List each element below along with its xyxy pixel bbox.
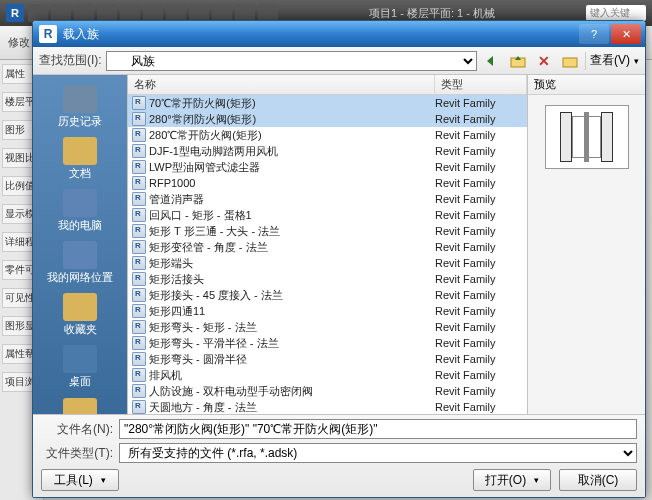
file-name: 70℃常开防火阀(矩形) [149,96,435,111]
ribbon-modify[interactable]: 修改 [8,35,30,50]
rfa-file-icon [132,208,146,222]
help-search[interactable]: 键入关键 [586,5,646,21]
file-name: 矩形四通11 [149,304,435,319]
filetype-select[interactable]: 所有受支持的文件 (*.rfa, *.adsk) [119,443,637,463]
help-button[interactable]: ? [579,24,609,44]
file-row[interactable]: 矩形 T 形三通 - 大头 - 法兰Revit Family [128,223,527,239]
col-header-type[interactable]: 类型 [435,75,527,94]
place-item[interactable]: 文档 [38,133,122,183]
file-type: Revit Family [435,321,527,333]
rfa-file-icon [132,336,146,350]
file-row[interactable]: 70℃常开防火阀(矩形)Revit Family [128,95,527,111]
file-row[interactable]: 矩形弯头 - 矩形 - 法兰Revit Family [128,319,527,335]
file-name: 280°常闭防火阀(矩形) [149,112,435,127]
file-type: Revit Family [435,305,527,317]
open-button[interactable]: 打开(O) [473,469,551,491]
col-header-name[interactable]: 名称 [128,75,435,94]
rfa-file-icon [132,320,146,334]
file-name: 矩形弯头 - 平滑半径 - 法兰 [149,336,435,351]
dialog-app-icon: R [39,25,57,43]
filename-input[interactable] [119,419,637,439]
place-label: 收藏夹 [64,323,97,335]
preview-label: 预览 [528,75,645,95]
file-row[interactable]: 排风机Revit Family [128,367,527,383]
delete-icon[interactable]: ✕ [533,51,555,71]
file-name: 矩形弯头 - 圆滑半径 [149,352,435,367]
place-label: 桌面 [69,375,91,387]
file-row[interactable]: DJF-1型电动脚踏两用风机Revit Family [128,143,527,159]
cancel-button[interactable]: 取消(C) [559,469,637,491]
load-family-dialog: R 载入族 ? ✕ 查找范围(I): 风族 ✕ 查看(V) ▾ 历史记录文档我的… [32,20,646,498]
place-label: 我的网络位置 [47,271,113,283]
file-row[interactable]: 人防设施 - 双杆电动型手动密闭阀Revit Family [128,383,527,399]
file-row[interactable]: 280°常闭防火阀(矩形)Revit Family [128,111,527,127]
dialog-titlebar[interactable]: R 载入族 ? ✕ [33,21,645,47]
new-folder-icon[interactable] [559,51,581,71]
file-name: 天圆地方 - 角度 - 法兰 [149,400,435,415]
preview-image [528,95,645,414]
file-row[interactable]: 矩形弯头 - 平滑半径 - 法兰Revit Family [128,335,527,351]
file-row[interactable]: 矩形端头Revit Family [128,255,527,271]
file-row[interactable]: 矩形四通11Revit Family [128,303,527,319]
file-type: Revit Family [435,369,527,381]
file-type: Revit Family [435,401,527,413]
place-label: 我的电脑 [58,219,102,231]
view-menu[interactable]: 查看(V) [590,52,630,69]
place-item[interactable]: 桌面 [38,341,122,391]
tools-button[interactable]: 工具(L) [41,469,119,491]
place-item[interactable]: 收藏夹 [38,289,122,339]
rfa-file-icon [132,352,146,366]
place-icon [63,137,97,165]
filename-label: 文件名(N): [41,421,113,438]
file-row[interactable]: LWP型油网管式滤尘器Revit Family [128,159,527,175]
file-row[interactable]: 管道消声器Revit Family [128,191,527,207]
file-name: 矩形接头 - 45 度接入 - 法兰 [149,288,435,303]
place-item[interactable]: 我的网络位置 [38,237,122,287]
lookin-label: 查找范围(I): [39,52,102,69]
file-name: 矩形活接头 [149,272,435,287]
file-row[interactable]: 矩形变径管 - 角度 - 法兰Revit Family [128,239,527,255]
dialog-bottom: 文件名(N): 文件类型(T): 所有受支持的文件 (*.rfa, *.adsk… [33,414,645,497]
file-row[interactable]: 回风口 - 矩形 - 蛋格1Revit Family [128,207,527,223]
file-type: Revit Family [435,273,527,285]
file-row[interactable]: RFP1000Revit Family [128,175,527,191]
file-name: 矩形端头 [149,256,435,271]
rfa-file-icon [132,192,146,206]
back-icon[interactable] [481,51,503,71]
file-name: LWP型油网管式滤尘器 [149,160,435,175]
file-type: Revit Family [435,289,527,301]
file-row[interactable]: 矩形接头 - 45 度接入 - 法兰Revit Family [128,287,527,303]
preview-pane: 预览 [527,75,645,414]
place-item[interactable]: 我的电脑 [38,185,122,235]
file-row[interactable]: 280℃常开防火阀(矩形)Revit Family [128,127,527,143]
places-bar: 历史记录文档我的电脑我的网络位置收藏夹桌面Metric LibraryMetri… [33,75,127,414]
place-icon [63,345,97,373]
place-item[interactable]: Metric Library [38,394,122,414]
place-label: 文档 [69,167,91,179]
file-name: RFP1000 [149,177,435,189]
place-icon [63,85,97,113]
file-list[interactable]: 70℃常开防火阀(矩形)Revit Family280°常闭防火阀(矩形)Rev… [128,95,527,414]
up-folder-icon[interactable] [507,51,529,71]
file-type: Revit Family [435,177,527,189]
file-name: 排风机 [149,368,435,383]
close-button[interactable]: ✕ [611,24,641,44]
rfa-file-icon [132,256,146,270]
file-type: Revit Family [435,257,527,269]
place-item[interactable]: 历史记录 [38,81,122,131]
file-type: Revit Family [435,145,527,157]
file-name: 280℃常开防火阀(矩形) [149,128,435,143]
file-type: Revit Family [435,385,527,397]
lookin-select[interactable]: 风族 [106,51,477,71]
file-row[interactable]: 矩形活接头Revit Family [128,271,527,287]
rfa-file-icon [132,128,146,142]
revit-logo-icon: R [6,4,24,22]
rfa-file-icon [132,304,146,318]
file-type: Revit Family [435,193,527,205]
file-name: DJF-1型电动脚踏两用风机 [149,144,435,159]
dialog-title: 载入族 [63,26,579,43]
place-label: 历史记录 [58,115,102,127]
file-row[interactable]: 天圆地方 - 角度 - 法兰Revit Family [128,399,527,414]
file-row[interactable]: 矩形弯头 - 圆滑半径Revit Family [128,351,527,367]
rfa-file-icon [132,288,146,302]
